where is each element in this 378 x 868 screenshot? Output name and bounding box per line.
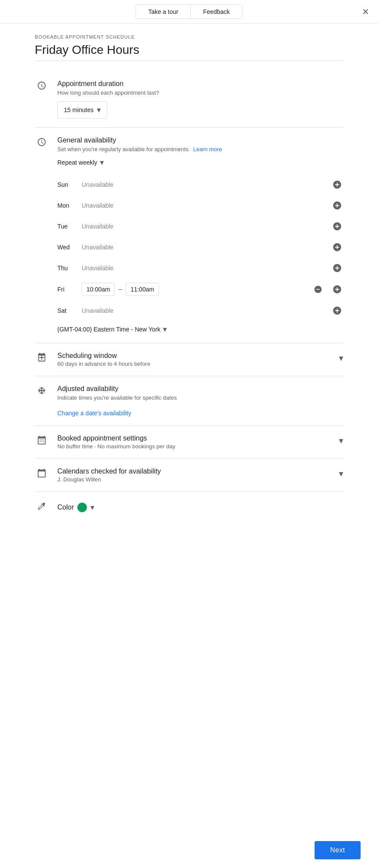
calendars-checked-title: Calendars checked for availability <box>57 467 330 475</box>
booked-appointment-body: Booked appointment settings No buffer ti… <box>57 434 330 450</box>
adjusted-availability-desc: Indicate times you're available for spec… <box>57 394 343 401</box>
calendars-checked-icon <box>35 467 49 481</box>
change-date-link[interactable]: Change a date's availability <box>57 410 131 417</box>
day-label-thu: Thu <box>57 265 75 272</box>
timezone-label: (GMT-04:00) Eastern Time - New York <box>57 326 160 333</box>
feedback-button[interactable]: Feedback <box>191 5 242 19</box>
day-label-sat: Sat <box>57 307 75 314</box>
day-row-mon: Mon Unavailable <box>57 195 343 216</box>
adjusted-availability-section: Adjusted availability Indicate times you… <box>35 376 343 426</box>
take-tour-button[interactable]: Take a tour <box>136 5 191 19</box>
clock-icon <box>35 80 49 94</box>
day-add-wed[interactable] <box>331 241 343 253</box>
day-add-mon[interactable] <box>331 199 343 212</box>
scheduling-window-title: Scheduling window <box>57 352 330 360</box>
appointment-duration-title: Appointment duration <box>57 80 343 88</box>
color-icon <box>35 500 49 514</box>
day-add-thu[interactable] <box>331 262 343 274</box>
scheduling-window-body: Scheduling window 60 days in advance to … <box>57 352 330 367</box>
day-label-tue: Tue <box>57 223 75 230</box>
day-unavailable-tue: Unavailable <box>82 223 324 230</box>
adjusted-availability-icon <box>35 385 49 399</box>
duration-dropdown-arrow: ▾ <box>97 105 101 115</box>
day-label-wed: Wed <box>57 244 75 251</box>
timezone-arrow: ▾ <box>163 325 167 334</box>
booked-appointment-desc: No buffer time · No maximum bookings per… <box>57 443 330 450</box>
day-row-sun: Sun Unavailable <box>57 174 343 195</box>
color-section: Color ▾ <box>35 492 343 523</box>
scheduling-window-expand[interactable]: ▾ <box>339 352 343 363</box>
appointment-duration-body: Appointment duration How long should eac… <box>57 80 343 119</box>
color-dropdown-arrow[interactable]: ▾ <box>90 503 94 512</box>
general-availability-section: General availability Set when you're reg… <box>35 128 343 343</box>
fri-end-time[interactable]: 11:00am <box>126 283 159 296</box>
booked-appointment-icon <box>35 434 49 448</box>
day-unavailable-sat: Unavailable <box>82 307 324 314</box>
top-bar-buttons: Take a tour Feedback <box>136 4 242 19</box>
scheduling-window-section[interactable]: Scheduling window 60 days in advance to … <box>35 343 343 376</box>
repeat-dropdown-arrow: ▾ <box>100 158 104 167</box>
calendars-checked-body: Calendars checked for availability J. Do… <box>57 467 330 483</box>
day-unavailable-sun: Unavailable <box>82 181 324 188</box>
day-row-wed: Wed Unavailable <box>57 237 343 258</box>
top-bar: Take a tour Feedback ✕ <box>0 0 378 24</box>
day-add-tue[interactable] <box>331 220 343 232</box>
general-availability-body: General availability Set when you're reg… <box>57 136 343 334</box>
duration-value: 15 minutes <box>64 106 93 113</box>
day-unavailable-wed: Unavailable <box>82 244 324 251</box>
day-add-sun[interactable] <box>331 179 343 191</box>
day-label-mon: Mon <box>57 202 75 209</box>
color-label: Color <box>57 504 74 511</box>
page-title: Friday Office Hours <box>35 43 343 57</box>
day-row-thu: Thu Unavailable <box>57 258 343 278</box>
next-button[interactable]: Next <box>315 841 361 859</box>
general-availability-title: General availability <box>57 136 343 144</box>
availability-icon <box>35 136 49 150</box>
scheduling-window-icon <box>35 352 49 366</box>
days-list: Sun Unavailable Mon Unavailable Tu <box>57 174 343 321</box>
page-subtitle: BOOKABLE APPOINTMENT SCHEDULE <box>35 34 343 40</box>
adjusted-availability-body: Adjusted availability Indicate times you… <box>57 385 343 417</box>
learn-more-link[interactable]: Learn more <box>193 146 222 152</box>
appointment-duration-section: Appointment duration How long should eac… <box>35 71 343 128</box>
day-row-sat: Sat Unavailable <box>57 300 343 321</box>
calendars-checked-section[interactable]: Calendars checked for availability J. Do… <box>35 459 343 492</box>
color-dot <box>77 503 87 512</box>
booked-appointment-title: Booked appointment settings <box>57 434 330 442</box>
calendars-checked-desc: J. Douglas Willen <box>57 476 330 483</box>
main-content: BOOKABLE APPOINTMENT SCHEDULE Friday Off… <box>0 24 378 567</box>
time-dash: – <box>118 285 122 293</box>
repeat-dropdown[interactable]: Repeat weekly ▾ <box>57 158 343 167</box>
day-row-tue: Tue Unavailable <box>57 216 343 237</box>
fri-remove-btn[interactable] <box>312 283 324 295</box>
day-add-fri[interactable] <box>331 283 343 295</box>
adjusted-availability-title: Adjusted availability <box>57 385 343 393</box>
color-body: Color ▾ <box>57 503 94 512</box>
booked-appointment-section[interactable]: Booked appointment settings No buffer ti… <box>35 426 343 459</box>
timezone-row[interactable]: (GMT-04:00) Eastern Time - New York ▾ <box>57 325 343 334</box>
day-unavailable-thu: Unavailable <box>82 265 324 272</box>
day-add-sat[interactable] <box>331 305 343 317</box>
day-row-fri: Fri 10:00am – 11:00am <box>57 278 343 300</box>
duration-dropdown[interactable]: 15 minutes ▾ <box>57 101 107 119</box>
bottom-bar: Next <box>0 832 378 868</box>
general-availability-desc: Set when you're regularly available for … <box>57 146 343 152</box>
scheduling-window-desc: 60 days in advance to 4 hours before <box>57 361 330 367</box>
appointment-duration-desc: How long should each appointment last? <box>57 89 343 96</box>
day-label-fri: Fri <box>57 286 75 293</box>
booked-appointment-expand[interactable]: ▾ <box>339 434 343 446</box>
day-unavailable-mon: Unavailable <box>82 202 324 209</box>
title-divider <box>35 60 343 61</box>
fri-start-time[interactable]: 10:00am <box>82 283 115 296</box>
day-label-sun: Sun <box>57 181 75 188</box>
fri-time-range: 10:00am – 11:00am <box>82 283 305 296</box>
calendars-checked-expand[interactable]: ▾ <box>339 467 343 479</box>
close-button[interactable]: ✕ <box>362 7 369 16</box>
repeat-label: Repeat weekly <box>57 159 97 166</box>
